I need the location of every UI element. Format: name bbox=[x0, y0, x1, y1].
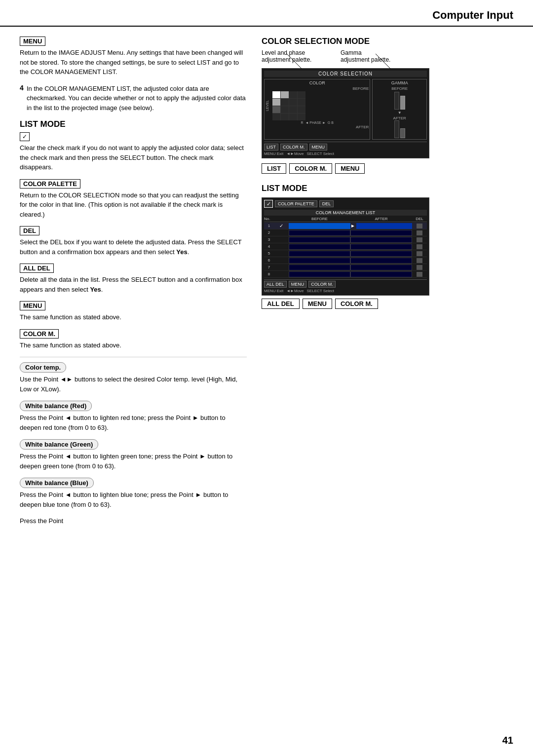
diag-menu-btn: MENU bbox=[309, 144, 328, 151]
row-check-1: ✓ bbox=[274, 223, 289, 228]
list-mode-title-right: LIST MODE bbox=[262, 184, 518, 193]
color-temp-label: Color temp. bbox=[20, 362, 66, 373]
row-del-1 bbox=[417, 224, 422, 228]
annot-right: Gammaadjustment palette. bbox=[341, 49, 400, 63]
del-text: Select the DEL box if you want to delete… bbox=[20, 237, 247, 257]
list-row-2: 2 bbox=[264, 229, 427, 236]
row-del-3 bbox=[417, 237, 422, 242]
list-col-headers: No. BEFORE AFTER DEL bbox=[264, 217, 427, 222]
list-row-8: 8 bbox=[264, 271, 427, 278]
cp-cell bbox=[298, 113, 305, 120]
select-hint: SELECT Select bbox=[307, 151, 334, 156]
wb-blue-section: White balance (Blue) Press the Point ◄ b… bbox=[20, 478, 247, 509]
list-row-6: 6 bbox=[264, 257, 427, 264]
row-after-arrow: ► bbox=[350, 223, 412, 229]
cp-cell bbox=[272, 99, 280, 106]
list-row-4: 4 bbox=[264, 243, 427, 250]
row-no-6: 6 bbox=[264, 258, 274, 263]
phase-bar: R ◄ PHASE ► G B bbox=[266, 121, 369, 124]
menu-label: MENU bbox=[20, 37, 45, 46]
diag-footer: LIST COLOR M. MENU bbox=[264, 142, 427, 151]
row-after-8 bbox=[350, 271, 412, 277]
bottom-menu-btn: MENU bbox=[335, 163, 365, 174]
color-col: COLOR BEFORE LEVEL bbox=[264, 79, 370, 140]
list-top-row: ✓ COLOR PALETTE DEL bbox=[264, 200, 427, 208]
color-palette-text: Return to the COLOR SELECTION mode so th… bbox=[20, 190, 247, 220]
annot-left: Level and phaseadjustment palette. bbox=[262, 49, 341, 63]
list-row-5: 5 bbox=[264, 250, 427, 257]
cp-cell bbox=[289, 99, 297, 106]
gamma-col: GAMMA BEFORE ▼ AFTER bbox=[372, 79, 427, 140]
press-the-point: Press the Point bbox=[20, 516, 247, 526]
menu2-text: The same function as stated above. bbox=[20, 312, 247, 322]
gamma-bar-2 bbox=[400, 96, 405, 110]
cp-cell bbox=[281, 91, 289, 98]
bottom-all-del-btn: ALL DEL bbox=[262, 299, 300, 309]
list-mode-labels-row: ALL DEL MENU COLOR M. bbox=[262, 299, 518, 309]
all-del-label: ALL DEL bbox=[20, 264, 54, 273]
list-mode-text: Clear the check mark if you do not want … bbox=[20, 143, 247, 172]
gamma-bar-1 bbox=[394, 92, 399, 110]
col-del: DEL bbox=[412, 217, 427, 221]
row-before-4 bbox=[289, 244, 350, 250]
cp-cell bbox=[272, 106, 280, 113]
cp-cell bbox=[298, 106, 305, 113]
main-content: MENU Return to the IMAGE ADJUST Menu. An… bbox=[0, 27, 533, 540]
list-row-3: 3 bbox=[264, 236, 427, 243]
wb-green-section: White balance (Green) Press the Point ◄ … bbox=[20, 439, 247, 471]
diag-cols: COLOR BEFORE LEVEL bbox=[264, 79, 427, 140]
list-mode-diagram: ✓ COLOR PALETTE DEL COLOR MANAGEMENT LIS… bbox=[262, 197, 429, 296]
right-column: COLOR SELECTION MODE Level and phaseadju… bbox=[262, 37, 518, 530]
row-del-6 bbox=[417, 258, 422, 263]
cp-cell bbox=[281, 113, 289, 120]
gamma-col-title: GAMMA bbox=[391, 80, 408, 85]
cp-cell bbox=[289, 91, 297, 98]
move-hint: ◄►Move bbox=[286, 151, 304, 156]
menu-exit-hint: MENU Exit bbox=[264, 151, 283, 156]
row-no-8: 8 bbox=[264, 272, 274, 276]
row-before-7 bbox=[289, 265, 350, 270]
bottom-menu2-btn: MENU bbox=[303, 299, 332, 309]
row-no-3: 3 bbox=[264, 237, 274, 242]
menu2-section: MENU The same function as stated above. bbox=[20, 301, 247, 322]
annot-right-text: Gammaadjustment palette. bbox=[341, 49, 390, 63]
row-no-5: 5 bbox=[264, 251, 274, 256]
wb-blue-text: Press the Point ◄ button to lighten blue… bbox=[20, 490, 247, 509]
row-no-7: 7 bbox=[264, 265, 274, 269]
gamma-before: BEFORE bbox=[391, 86, 408, 91]
list-all-del-btn: ALL DEL bbox=[264, 281, 287, 288]
list-diag-title: COLOR MANAGEMENT LIST bbox=[264, 210, 427, 216]
row-after-4 bbox=[350, 244, 412, 250]
row-del-7 bbox=[417, 265, 422, 270]
palette-area: LEVEL bbox=[266, 91, 369, 120]
row-after-5 bbox=[350, 251, 412, 257]
list-hints: MENU Exit ◄►Move SELECT Select bbox=[264, 289, 427, 293]
menu-text: Return to the IMAGE ADJUST Menu. Any set… bbox=[20, 48, 247, 77]
list-del-btn: DEL bbox=[319, 200, 334, 207]
row-after-2 bbox=[350, 230, 412, 236]
del-section: DEL Select the DEL box if you want to de… bbox=[20, 226, 247, 257]
bottom-list-btn: LIST bbox=[262, 163, 286, 174]
del-label: DEL bbox=[20, 226, 39, 235]
color-palette-label: COLOR PALETTE bbox=[20, 179, 80, 189]
cp-cell bbox=[298, 91, 305, 98]
row-after-3 bbox=[350, 237, 412, 243]
list-menu-btn: MENU bbox=[289, 281, 307, 288]
color-m-label: COLOR M. bbox=[20, 329, 59, 339]
before-label: BEFORE bbox=[266, 86, 369, 91]
check-icon: ✓ bbox=[20, 132, 30, 141]
mode-labels-row: LIST COLOR M. MENU bbox=[262, 163, 518, 174]
row-before-6 bbox=[289, 258, 350, 264]
left-column: MENU Return to the IMAGE ADJUST Menu. An… bbox=[20, 37, 247, 530]
arrow-icon: ► bbox=[350, 223, 355, 228]
color-selection-title: COLOR SELECTION MODE bbox=[262, 37, 518, 46]
bottom-colorm-btn: COLOR M. bbox=[289, 163, 332, 174]
list-cp-btn: COLOR PALETTE bbox=[275, 200, 317, 207]
divider bbox=[20, 357, 247, 357]
level-label: LEVEL bbox=[266, 91, 272, 120]
diag-hints: MENU Exit ◄►Move SELECT Select bbox=[264, 151, 427, 156]
wb-red-label: White balance (Red) bbox=[20, 401, 92, 411]
wb-red-section: White balance (Red) Press the Point ◄ bu… bbox=[20, 401, 247, 432]
row-no-2: 2 bbox=[264, 230, 274, 235]
list-row-1: 1 ✓ ► bbox=[264, 223, 427, 229]
